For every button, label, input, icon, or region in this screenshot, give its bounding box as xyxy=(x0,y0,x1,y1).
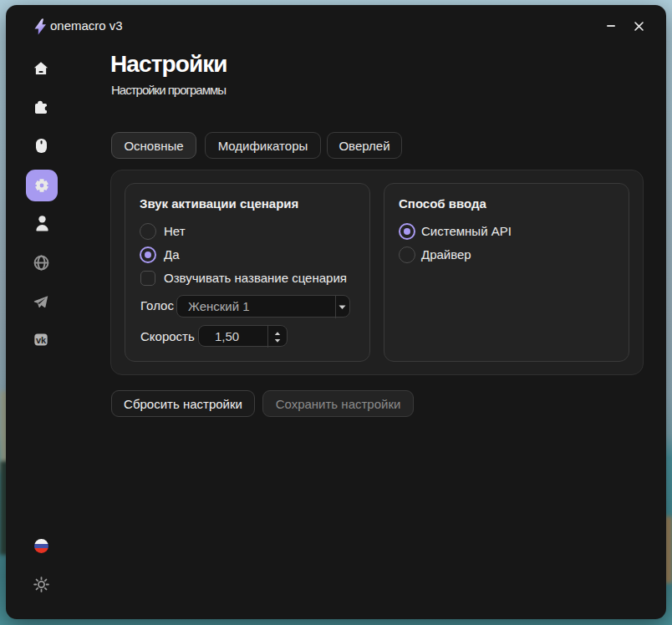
svg-text:vk: vk xyxy=(36,334,47,344)
